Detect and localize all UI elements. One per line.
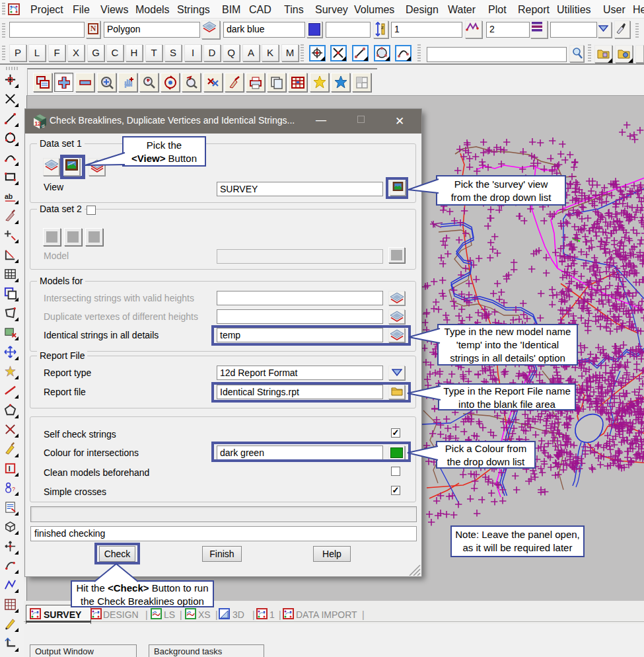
svg-text:z: z bbox=[381, 24, 384, 30]
svg-text:d: d bbox=[42, 123, 44, 129]
svg-text:I: I bbox=[9, 465, 11, 473]
svg-text:ab: ab bbox=[5, 192, 13, 200]
svg-text:12: 12 bbox=[35, 120, 42, 127]
